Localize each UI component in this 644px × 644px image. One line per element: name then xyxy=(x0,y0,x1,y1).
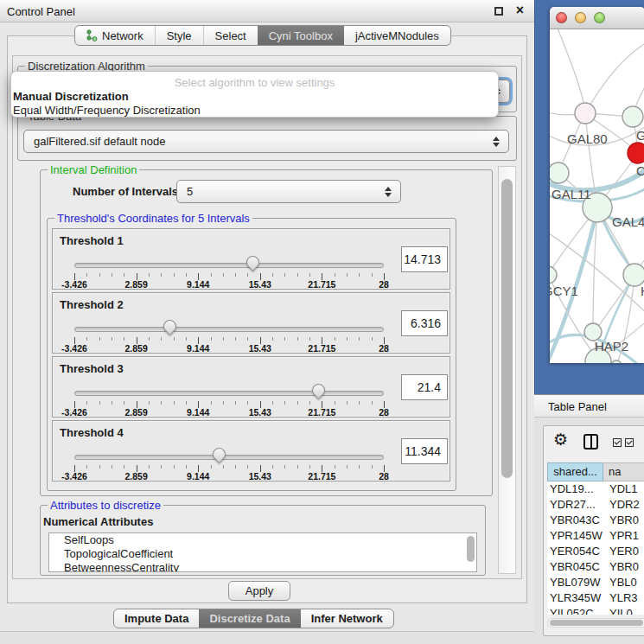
cell-name[interactable]: YDR2 xyxy=(603,497,644,513)
network-canvas[interactable]: GAL80 GA C GAL11 GAL4 GCY1 H HAP2 xyxy=(550,29,644,363)
slider-scale-label: -3.426 xyxy=(61,407,87,418)
slider-track[interactable] xyxy=(74,263,384,268)
network-node-gal80[interactable] xyxy=(575,103,596,124)
cell-shared-name[interactable]: YPR145W xyxy=(547,528,603,544)
cell-shared-name[interactable]: YER054C xyxy=(547,544,603,559)
cell-name[interactable]: YIL0 xyxy=(603,606,644,615)
column-header-name[interactable]: na xyxy=(603,462,644,481)
list-scrollbar-thumb[interactable] xyxy=(467,536,475,562)
tab-style[interactable]: Style xyxy=(155,26,203,45)
tab-infer-network[interactable]: Infer Network xyxy=(301,609,393,628)
slider-handle[interactable] xyxy=(243,253,261,271)
slider-track[interactable] xyxy=(74,455,384,460)
network-node-hap2[interactable] xyxy=(584,323,602,341)
network-node-gal11[interactable] xyxy=(550,163,569,183)
close-icon[interactable]: × xyxy=(516,3,524,18)
slider-tick xyxy=(235,273,236,277)
slider-tick xyxy=(149,337,150,341)
list-item-selfloops[interactable]: SelfLoops xyxy=(49,533,476,547)
slider-handle[interactable] xyxy=(161,317,179,335)
slider-tick xyxy=(297,273,298,277)
network-node-gcy1[interactable] xyxy=(550,266,557,284)
cell-name[interactable]: YBL0 xyxy=(603,575,644,590)
number-of-intervals-label: Number of Intervals xyxy=(73,185,178,198)
threshold-2-slider[interactable]: -3.4262.8599.14415.4321.71528 xyxy=(74,293,384,354)
table-row[interactable]: YER054CYER0 xyxy=(547,544,644,559)
columns-icon[interactable] xyxy=(583,434,598,450)
tab-impute-data[interactable]: Impute Data xyxy=(114,609,199,628)
table-row[interactable]: YBL079WYBL0 xyxy=(547,575,644,590)
table-row[interactable]: YLR345WYLR3 xyxy=(547,590,644,606)
float-window-icon[interactable] xyxy=(494,7,503,16)
table-data-combobox[interactable]: galFiltered.sif default node xyxy=(23,130,509,153)
threshold-3-value-field[interactable]: 21.4 xyxy=(401,374,448,400)
cell-shared-name[interactable]: YIL052C xyxy=(547,606,603,615)
threshold-4-slider[interactable]: -3.4262.8599.14415.4321.71528 xyxy=(74,421,384,482)
cell-shared-name[interactable]: YDL19... xyxy=(547,481,603,497)
checkbox-icon[interactable] xyxy=(625,438,634,447)
network-node-small[interactable] xyxy=(611,360,622,363)
table-row[interactable]: YDR27...YDR2 xyxy=(547,497,644,513)
threshold-3-slider[interactable]: -3.4262.8599.14415.4321.71528 xyxy=(74,357,384,418)
cell-shared-name[interactable]: YBR045C xyxy=(547,559,603,575)
cell-name[interactable]: YER0 xyxy=(603,544,644,559)
slider-scale: -3.4262.8599.14415.4321.71528 xyxy=(74,407,384,418)
threshold-1-slider[interactable]: -3.4262.8599.14415.4321.71528 xyxy=(74,229,384,290)
slider-tick xyxy=(161,465,162,469)
number-of-intervals-combobox[interactable]: 5 xyxy=(176,180,401,203)
slider-handle[interactable] xyxy=(309,381,328,399)
cell-shared-name[interactable]: YDR27... xyxy=(547,497,603,513)
network-window-titlebar[interactable] xyxy=(550,7,644,29)
slider-track[interactable] xyxy=(74,327,384,332)
form-vertical-scrollbar[interactable] xyxy=(498,166,516,574)
tab-cyni-toolbox[interactable]: Cyni Toolbox xyxy=(258,26,344,45)
apply-button[interactable]: Apply xyxy=(228,581,290,601)
slider-tick xyxy=(235,401,236,405)
cell-name[interactable]: YLR3 xyxy=(603,590,644,606)
minimize-traffic-light[interactable] xyxy=(575,12,586,23)
tab-jactivemnodules[interactable]: jActiveMNodules xyxy=(344,26,450,45)
tab-select[interactable]: Select xyxy=(203,26,258,45)
slider-tick xyxy=(284,401,285,405)
close-traffic-light[interactable] xyxy=(556,12,567,23)
list-item-betweennesscentrality[interactable]: BetweennessCentrality xyxy=(49,561,476,572)
table-row[interactable]: YPR145WYPR1 xyxy=(547,528,644,544)
table-row[interactable]: YBR043CYBR0 xyxy=(547,513,644,528)
slider-scale-label: 28 xyxy=(379,279,389,290)
cell-shared-name[interactable]: YBL079W xyxy=(547,575,603,590)
table-row[interactable]: YDL19...YDL1 xyxy=(547,481,644,497)
cell-shared-name[interactable]: YBR043C xyxy=(547,513,603,528)
threshold-1-value-field[interactable]: 14.713 xyxy=(401,246,448,272)
threshold-3-panel: Threshold 3 -3.4262.8599.14415.4321.7152… xyxy=(52,356,450,418)
table-row[interactable]: YBR045CYBR0 xyxy=(547,559,644,575)
cell-name[interactable]: YPR1 xyxy=(603,528,644,544)
cell-name[interactable]: YBR0 xyxy=(603,513,644,528)
network-node-ga[interactable] xyxy=(622,106,643,127)
table-horizontal-scrollbar[interactable] xyxy=(547,618,644,628)
slider-handle[interactable] xyxy=(210,445,228,463)
numerical-attributes-list: SelfLoops TopologicalCoefficient Between… xyxy=(48,532,477,572)
list-item-topologicalcoefficient[interactable]: TopologicalCoefficient xyxy=(49,547,476,561)
dropdown-option-equal-width-frequency[interactable]: Equal Width/Frequency Discretization xyxy=(11,104,498,117)
tab-network[interactable]: Network xyxy=(75,26,155,45)
tab-discretize-data[interactable]: Discretize Data xyxy=(199,609,300,628)
slider-scale-label: 28 xyxy=(379,471,389,481)
gear-icon[interactable]: ⚙ xyxy=(553,430,568,450)
form-scrollbar-thumb[interactable] xyxy=(501,179,513,478)
threshold-4-value-field[interactable]: 11.344 xyxy=(401,438,448,464)
dropdown-option-manual-discretization[interactable]: Manual Discretization xyxy=(11,90,498,103)
cell-shared-name[interactable]: YLR345W xyxy=(547,590,603,606)
slider-scale-label: 15.43 xyxy=(249,343,271,354)
table-scrollbar-thumb[interactable] xyxy=(550,620,643,626)
slider-scale-label: 2.859 xyxy=(124,343,147,354)
network-node-selected-red[interactable] xyxy=(628,143,644,163)
column-header-shared-name[interactable]: shared... xyxy=(547,462,603,481)
cell-name[interactable]: YBR0 xyxy=(603,559,644,575)
zoom-traffic-light[interactable] xyxy=(594,12,605,23)
checkbox-icon[interactable] xyxy=(613,438,622,447)
cell-name[interactable]: YDL1 xyxy=(603,481,644,497)
threshold-2-value-field[interactable]: 6.316 xyxy=(401,310,448,336)
slider-tick xyxy=(86,273,87,277)
slider-track[interactable] xyxy=(74,391,384,396)
table-row[interactable]: YIL052CYIL0 xyxy=(547,606,644,615)
